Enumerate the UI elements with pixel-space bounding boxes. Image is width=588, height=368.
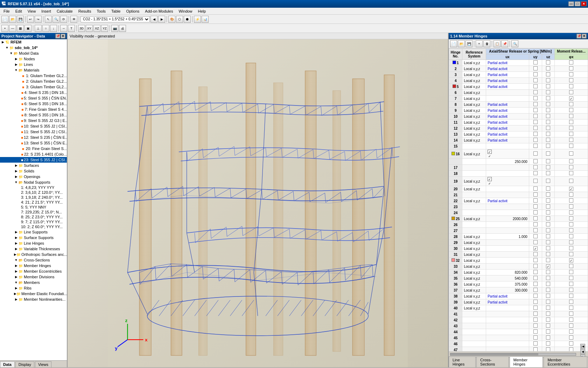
table-row[interactable]: 25Local x,y,z2000.000 (449, 216, 588, 222)
table-row[interactable]: 10Local x,y,zPartial activit (449, 114, 588, 120)
uy-checkbox[interactable] (529, 234, 542, 240)
expand-surf-sup[interactable]: ▶ (14, 236, 18, 240)
phix-checkbox[interactable] (555, 177, 588, 186)
right-panel-pin-btn[interactable]: 📌 (576, 34, 581, 39)
phix-checkbox[interactable] (555, 120, 588, 125)
table-row[interactable]: 41 (449, 311, 588, 317)
phix-checkbox[interactable] (555, 125, 588, 131)
ux-cell[interactable]: Partial activit (486, 125, 529, 131)
viewxy-btn[interactable]: XY (86, 25, 93, 32)
screenshot-btn[interactable]: 📷 (111, 25, 118, 32)
ux-cell[interactable] (486, 246, 529, 252)
phix-checkbox[interactable] (555, 192, 588, 198)
ux-cell[interactable]: 540.000 (486, 275, 529, 281)
phix-checkbox[interactable] (555, 281, 588, 287)
tree-mat9[interactable]: ■9: Steel S 355 J2 G3 | E... (0, 118, 67, 123)
ux-cell[interactable] (486, 335, 529, 341)
hinge-btn[interactable]: ○ (42, 25, 49, 32)
table-row[interactable]: 38Local x,y,zPartial activit (449, 293, 588, 299)
tree-model-data[interactable]: ▼ 📂 Model Data (0, 50, 67, 56)
ux-cell[interactable] (486, 228, 529, 234)
uz-checkbox[interactable] (542, 258, 555, 264)
uy-checkbox[interactable] (529, 177, 542, 186)
rt-open-btn[interactable]: 📂 (458, 40, 465, 47)
text-btn[interactable]: T (68, 25, 75, 32)
phix-checkbox[interactable] (555, 216, 588, 222)
uz-checkbox[interactable] (542, 159, 555, 165)
line-btn[interactable]: — (9, 25, 16, 32)
tree-ns8[interactable]: 8: 25; Z 23.0°; YYY YY... (0, 214, 67, 219)
tree-rfem[interactable]: ▶ 🏗 RFEM (0, 39, 67, 45)
uz-checkbox[interactable] (542, 252, 555, 258)
uz-checkbox[interactable] (542, 177, 555, 186)
uz-checkbox[interactable] (542, 329, 555, 335)
tree-ribs[interactable]: ▶ 📁 Ribs (0, 285, 67, 291)
ux-cell[interactable]: Partial activit (486, 84, 529, 90)
uz-checkbox[interactable] (542, 323, 555, 329)
uz-checkbox[interactable] (542, 131, 555, 137)
uz-checkbox[interactable] (542, 246, 555, 252)
phix-checkbox[interactable] (555, 149, 588, 159)
rt-copy-btn[interactable]: 📋 (493, 40, 500, 47)
support-btn[interactable]: ⊥ (35, 25, 42, 32)
tree-mat7[interactable]: ■7: Fine Grain Steel S 4... (0, 107, 67, 112)
ux-cell[interactable]: Partial activit (486, 72, 529, 78)
scroll-left[interactable]: ◀ (580, 349, 585, 354)
tree-mat6[interactable]: ■6: Steel S 355 | DIN 18... (0, 101, 67, 107)
table-row[interactable]: 30Local x,y,z✓ (449, 246, 588, 252)
tree-lines[interactable]: ▶ 📁 Lines (0, 62, 67, 67)
table-row[interactable]: 8Local x,y,zPartial activit (449, 102, 588, 108)
uy-checkbox[interactable] (529, 228, 542, 234)
phix-checkbox[interactable] (555, 108, 588, 114)
tree-ortho[interactable]: ▶ 📁 Orthotropic Surfaces anc... (0, 252, 67, 257)
surface-btn[interactable]: ▦ (17, 25, 24, 32)
expand-model[interactable]: ▼ (9, 51, 13, 55)
menu-tools[interactable]: Tools (94, 8, 108, 14)
tree-mat8[interactable]: ■8: Steel S 355 | DIN 18... (0, 112, 67, 118)
ux-cell[interactable]: Partial activit (486, 293, 529, 299)
uz-checkbox[interactable] (542, 108, 555, 114)
expand-lines[interactable]: ▶ (14, 62, 18, 67)
tree-nodes[interactable]: ▶ 📁 Nodes (0, 56, 67, 62)
table-row[interactable]: 6Local x,y,z (449, 90, 588, 96)
tree-mat20[interactable]: ■20: Fine Grain Steel S... (0, 146, 67, 151)
uz-checkbox[interactable] (542, 275, 555, 281)
viewport-canvas[interactable]: x z y (68, 39, 448, 367)
uz-checkbox[interactable] (542, 240, 555, 246)
menu-options[interactable]: Options (123, 8, 142, 14)
prev-case-btn[interactable]: ◀ (150, 16, 158, 23)
tree-openings[interactable]: ▶ 📁 Openings (0, 174, 67, 179)
table-row[interactable]: 42 (449, 317, 588, 323)
select-btn[interactable]: ↖ (45, 16, 52, 23)
expand-var-thick[interactable]: ▶ (14, 247, 18, 251)
expand-solids[interactable]: ▶ (14, 169, 18, 173)
ux-cell[interactable] (486, 171, 529, 177)
phix-checkbox[interactable]: ✓ (555, 96, 588, 102)
tab-cross-sections[interactable]: Cross-Sections (476, 356, 509, 367)
tree-ns3[interactable]: 3: 1,9,18; Z 240.0°; YY... (0, 195, 67, 200)
uy-checkbox[interactable] (529, 137, 542, 143)
ux-cell[interactable] (486, 186, 529, 192)
ux-cell[interactable]: ✓ (486, 149, 529, 159)
uz-checkbox[interactable] (542, 125, 555, 131)
uz-checkbox[interactable] (542, 78, 555, 84)
tree-member-divisions[interactable]: ▶ 📁 Member Divisions (0, 274, 67, 280)
uz-checkbox[interactable] (542, 90, 555, 96)
uy-checkbox[interactable] (529, 72, 542, 78)
tree-solids[interactable]: ▶ 📁 Solids (0, 168, 67, 174)
uy-checkbox[interactable] (529, 102, 542, 108)
table-row[interactable]: 22Local x,y,zPartial activit (449, 198, 588, 204)
tree-ns7[interactable]: 7: 229,235; Z 15.0°; N... (0, 210, 67, 214)
expand-md[interactable]: ▶ (14, 275, 18, 279)
table-row[interactable]: 35Local x,y,z540.000 (449, 275, 588, 281)
uz-checkbox[interactable] (542, 311, 555, 317)
undo-btn[interactable]: ↩ (27, 16, 34, 23)
uy-checkbox[interactable] (529, 60, 542, 66)
viewyz-btn[interactable]: YZ (101, 25, 108, 32)
table-row[interactable]: 5Local x,y,zPartial activit (449, 84, 588, 90)
expand-members[interactable]: ▼ (14, 280, 18, 285)
ux-cell[interactable]: Partial activit (486, 60, 529, 66)
load-case-combo[interactable]: CO2 - 1.35*ZS1 + 1.5*ZS2 + 0.45*ZS5 (80, 16, 150, 22)
uy-checkbox[interactable] (529, 84, 542, 90)
uy-checkbox[interactable] (529, 159, 542, 165)
